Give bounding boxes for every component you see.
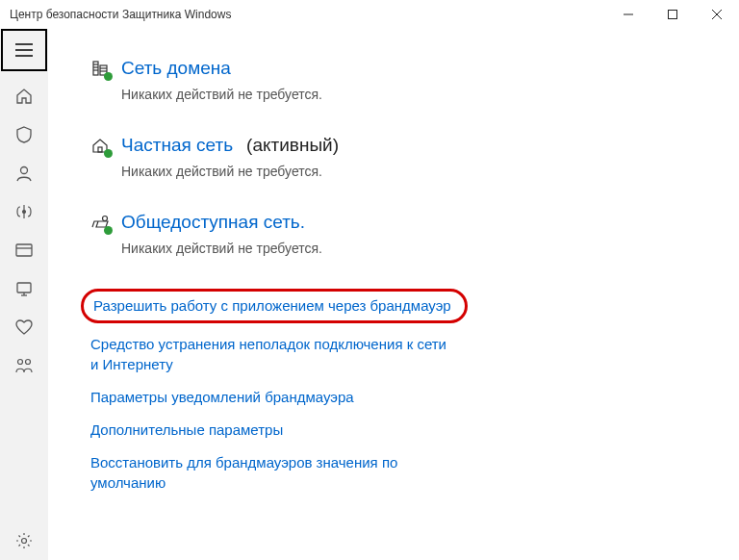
allow-app-through-firewall-link[interactable]: Разрешить работу с приложением через бра…	[93, 296, 451, 316]
firewall-notification-settings-link[interactable]: Параметры уведомлений брандмауэра	[90, 388, 456, 407]
svg-rect-21	[100, 65, 107, 75]
domain-network-icon	[90, 59, 110, 78]
public-network-title[interactable]: Общедоступная сеть.	[121, 212, 305, 233]
shield-icon[interactable]	[1, 115, 47, 154]
firewall-links-block: Разрешить работу с приложением через бра…	[90, 289, 701, 493]
maximize-button[interactable]	[650, 0, 695, 29]
app-browser-control-icon[interactable]	[1, 231, 47, 269]
private-network-icon	[90, 136, 110, 155]
restore-defaults-link[interactable]: Восстановить для брандмауэров значения п…	[90, 453, 456, 493]
svg-point-16	[22, 539, 27, 544]
public-network-status: Никаких действий не требуется.	[121, 241, 701, 256]
private-network-title[interactable]: Частная сеть	[121, 135, 233, 156]
svg-rect-11	[17, 283, 31, 293]
private-network-status: Никаких действий не требуется.	[121, 164, 701, 179]
main-content: Сеть домена Никаких действий не требуетс…	[48, 29, 739, 560]
svg-point-15	[26, 360, 31, 365]
advanced-settings-link[interactable]: Дополнительные параметры	[90, 420, 456, 440]
svg-point-14	[18, 360, 23, 365]
domain-network-section: Сеть домена Никаких действий не требуетс…	[90, 58, 701, 102]
window-controls	[606, 0, 739, 29]
window-titlebar: Центр безопасности Защитника Windows	[0, 0, 739, 29]
home-icon[interactable]	[1, 77, 47, 115]
settings-gear-icon[interactable]	[1, 522, 47, 560]
device-performance-icon[interactable]	[1, 269, 47, 308]
svg-rect-24	[98, 147, 102, 152]
device-health-icon[interactable]	[1, 308, 47, 346]
allow-app-highlight: Разрешить работу с приложением через бра…	[81, 289, 468, 323]
svg-point-25	[103, 216, 108, 221]
minimize-button[interactable]	[606, 0, 650, 29]
domain-network-status: Никаких действий не требуется.	[121, 87, 701, 102]
firewall-network-icon[interactable]	[1, 192, 47, 231]
public-network-section: Общедоступная сеть. Никаких действий не …	[90, 212, 701, 256]
private-network-active-label: (активный)	[246, 135, 339, 156]
public-network-icon	[90, 213, 110, 232]
svg-point-8	[23, 211, 26, 214]
hamburger-menu-button[interactable]	[1, 29, 47, 71]
account-icon[interactable]	[1, 154, 47, 192]
svg-rect-1	[669, 11, 677, 19]
family-options-icon[interactable]	[1, 346, 47, 385]
svg-point-7	[21, 167, 28, 174]
domain-network-title[interactable]: Сеть домена	[121, 58, 231, 79]
network-troubleshooter-link[interactable]: Средство устранения неполадок подключени…	[90, 335, 456, 374]
private-network-section: Частная сеть (активный) Никаких действий…	[90, 135, 701, 179]
close-button[interactable]	[695, 0, 739, 29]
svg-rect-9	[16, 244, 32, 256]
window-title: Центр безопасности Защитника Windows	[10, 8, 606, 21]
svg-rect-17	[93, 62, 98, 75]
sidebar	[0, 29, 48, 560]
